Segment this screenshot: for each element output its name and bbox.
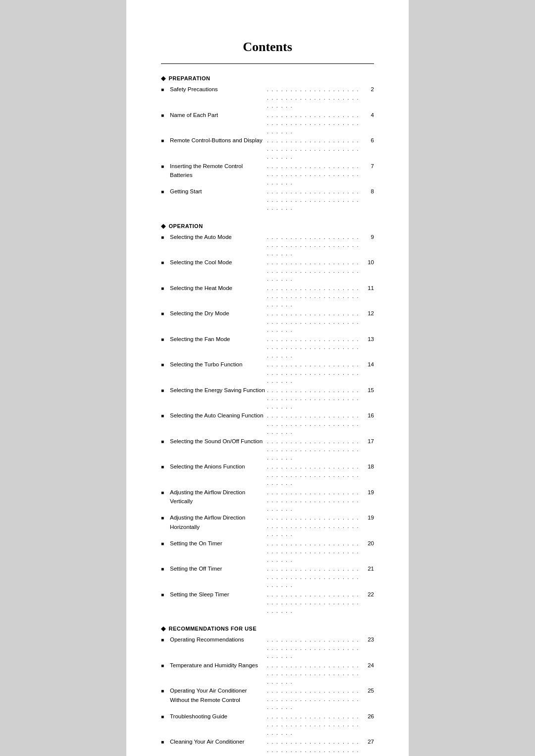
toc-item-text: Inserting the Remote Control Batteries bbox=[170, 162, 265, 180]
toc-dots: . . . . . . . . . . . . . . . . . . . . … bbox=[267, 310, 362, 335]
bullet-icon: ■ bbox=[161, 738, 168, 747]
toc-page-number: 13 bbox=[364, 335, 374, 344]
toc-dots: . . . . . . . . . . . . . . . . . . . . … bbox=[267, 137, 362, 162]
toc-item: ■Setting the On Timer. . . . . . . . . .… bbox=[161, 539, 374, 565]
toc-page-number: 2 bbox=[364, 85, 374, 94]
toc-page-number: 24 bbox=[364, 661, 374, 670]
toc-item: ■Selecting the Cool Mode. . . . . . . . … bbox=[161, 258, 374, 284]
toc-item-text: Adjusting the Airflow Direction Horizont… bbox=[170, 513, 265, 532]
toc-item-text: Cleaning Your Air Conditioner bbox=[170, 737, 265, 747]
toc-item: ■Adjusting the Airflow Direction Horizon… bbox=[161, 513, 374, 539]
toc-dots: . . . . . . . . . . . . . . . . . . . . … bbox=[267, 738, 362, 756]
bullet-icon: ■ bbox=[161, 259, 168, 267]
toc-item-text: Selecting the Auto Cleaning Function bbox=[170, 411, 265, 420]
toc-item: ■Operating Recommendations. . . . . . . … bbox=[161, 635, 374, 661]
toc-item: ■Name of Each Part. . . . . . . . . . . … bbox=[161, 111, 374, 136]
toc-item: ■Setting the Off Timer. . . . . . . . . … bbox=[161, 564, 374, 590]
bullet-icon: ■ bbox=[161, 112, 168, 120]
toc-item-text: Setting the On Timer bbox=[170, 539, 265, 548]
toc-item-text: Operating Recommendations bbox=[170, 635, 265, 644]
toc-item-text: Selecting the Dry Mode bbox=[170, 309, 265, 318]
toc-item: ■Selecting the Sound On/Off Function. . … bbox=[161, 437, 374, 463]
toc-page-number: 18 bbox=[364, 462, 374, 471]
bullet-icon: ■ bbox=[161, 412, 168, 420]
toc-dots: . . . . . . . . . . . . . . . . . . . . … bbox=[267, 438, 362, 463]
bullet-icon: ■ bbox=[161, 188, 168, 196]
section-recommendations: ◆Recommendations for Use■Operating Recom… bbox=[161, 625, 374, 756]
toc-item-text: Adjusting the Airflow Direction Vertical… bbox=[170, 488, 265, 507]
toc-item: ■Adjusting the Airflow Direction Vertica… bbox=[161, 488, 374, 514]
toc-page-number: 14 bbox=[364, 360, 374, 369]
toc-page-number: 25 bbox=[364, 686, 374, 696]
toc-dots: . . . . . . . . . . . . . . . . . . . . … bbox=[267, 662, 362, 687]
section-preparation: ◆Preparation■Safety Precautions. . . . .… bbox=[161, 75, 374, 213]
toc-item-text: Operating Your Air Conditioner Without t… bbox=[170, 686, 265, 705]
toc-dots: . . . . . . . . . . . . . . . . . . . . … bbox=[267, 336, 362, 360]
bullet-icon: ■ bbox=[161, 463, 168, 471]
toc-dots: . . . . . . . . . . . . . . . . . . . . … bbox=[267, 463, 362, 488]
toc-item-text: Selecting the Fan Mode bbox=[170, 335, 265, 344]
toc-item: ■Troubleshooting Guide. . . . . . . . . … bbox=[161, 712, 374, 738]
toc-dots: . . . . . . . . . . . . . . . . . . . . … bbox=[267, 163, 362, 187]
bullet-icon: ■ bbox=[161, 233, 168, 242]
bullet-icon: ■ bbox=[161, 86, 168, 94]
bullet-icon: ■ bbox=[161, 489, 168, 497]
toc-page-number: 16 bbox=[364, 411, 374, 420]
toc-item-text: Selecting the Energy Saving Function bbox=[170, 386, 265, 395]
toc-item: ■Selecting the Auto Cleaning Function. .… bbox=[161, 411, 374, 437]
toc-dots: . . . . . . . . . . . . . . . . . . . . … bbox=[267, 514, 362, 539]
toc-dots: . . . . . . . . . . . . . . . . . . . . … bbox=[267, 687, 362, 712]
toc-dots: . . . . . . . . . . . . . . . . . . . . … bbox=[267, 361, 362, 386]
toc-item-text: Selecting the Turbo Function bbox=[170, 360, 265, 369]
toc-item-text: Name of Each Part bbox=[170, 111, 265, 120]
toc-page-number: 6 bbox=[364, 136, 374, 145]
toc-item: ■Selecting the Heat Mode. . . . . . . . … bbox=[161, 284, 374, 309]
toc-dots: . . . . . . . . . . . . . . . . . . . . … bbox=[267, 713, 362, 738]
toc-item-text: Selecting the Cool Mode bbox=[170, 258, 265, 267]
toc-item-text: Selecting the Anions Function bbox=[170, 462, 265, 471]
toc-page-number: 20 bbox=[364, 539, 374, 548]
toc-dots: . . . . . . . . . . . . . . . . . . . . … bbox=[267, 387, 362, 411]
toc-page-number: 26 bbox=[364, 712, 374, 721]
bullet-icon: ■ bbox=[161, 285, 168, 293]
bullet-icon: ■ bbox=[161, 336, 168, 344]
bullet-icon: ■ bbox=[161, 565, 168, 574]
toc-item-text: Troubleshooting Guide bbox=[170, 712, 265, 721]
toc-item-text: Safety Precautions bbox=[170, 85, 265, 94]
toc-dots: . . . . . . . . . . . . . . . . . . . . … bbox=[267, 412, 362, 437]
section-operation: ◆Operation■Selecting the Auto Mode. . . … bbox=[161, 223, 374, 616]
bullet-icon: ■ bbox=[161, 438, 168, 446]
toc-item: ■Selecting the Energy Saving Function. .… bbox=[161, 386, 374, 411]
toc-item-text: Setting the Sleep Timer bbox=[170, 590, 265, 599]
toc-page-number: 17 bbox=[364, 437, 374, 446]
page-title: Contents bbox=[161, 40, 374, 55]
section-header-label: Preparation bbox=[169, 75, 211, 81]
toc-page-number: 8 bbox=[364, 187, 374, 196]
toc-item-text: Getting Start bbox=[170, 187, 265, 196]
toc-dots: . . . . . . . . . . . . . . . . . . . . … bbox=[267, 112, 362, 136]
toc-dots: . . . . . . . . . . . . . . . . . . . . … bbox=[267, 540, 362, 565]
toc-item: ■Selecting the Dry Mode. . . . . . . . .… bbox=[161, 309, 374, 335]
toc-dots: . . . . . . . . . . . . . . . . . . . . … bbox=[267, 233, 362, 258]
toc-item: ■Selecting the Fan Mode. . . . . . . . .… bbox=[161, 335, 374, 360]
toc-item-text: Setting the Off Timer bbox=[170, 564, 265, 574]
toc-item: ■Inserting the Remote Control Batteries.… bbox=[161, 162, 374, 187]
toc-page-number: 9 bbox=[364, 233, 374, 242]
bullet-icon: ■ bbox=[161, 687, 168, 696]
toc-item: ■Selecting the Turbo Function. . . . . .… bbox=[161, 360, 374, 386]
toc-item-text: Remote Control-Buttons and Display bbox=[170, 136, 265, 145]
toc-dots: . . . . . . . . . . . . . . . . . . . . … bbox=[267, 591, 362, 616]
toc-item-text: Selecting the Sound On/Off Function bbox=[170, 437, 265, 446]
bullet-icon: ■ bbox=[161, 361, 168, 369]
toc-page-number: 12 bbox=[364, 309, 374, 318]
toc-dots: . . . . . . . . . . . . . . . . . . . . … bbox=[267, 259, 362, 284]
section-header-operation: ◆Operation bbox=[161, 223, 374, 230]
toc-page-number: 11 bbox=[364, 284, 374, 293]
bullet-icon: ■ bbox=[161, 591, 168, 599]
diamond-icon: ◆ bbox=[161, 625, 166, 632]
toc-item: ■Operating Your Air Conditioner Without … bbox=[161, 686, 374, 712]
bullet-icon: ■ bbox=[161, 636, 168, 644]
toc-item-text: Selecting the Heat Mode bbox=[170, 284, 265, 293]
toc-item-text: Selecting the Auto Mode bbox=[170, 233, 265, 242]
toc-page-number: 21 bbox=[364, 564, 374, 574]
